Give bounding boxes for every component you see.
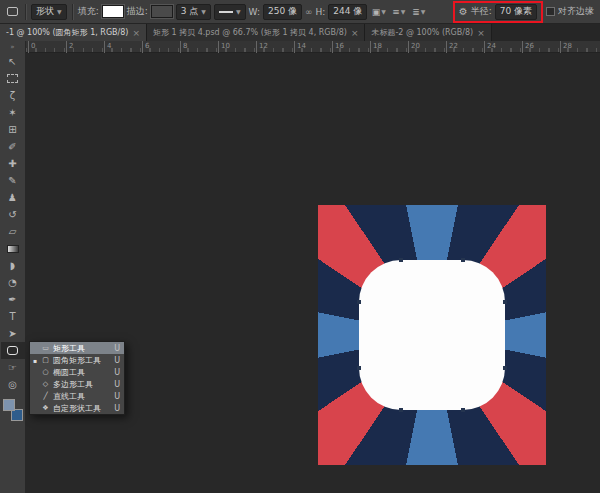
chevron-down-icon: ▼	[236, 8, 241, 15]
ruler-number: 10	[218, 41, 230, 53]
menu-item-ellipse-tool-icon: ○	[41, 368, 50, 376]
link-dimensions-icon[interactable]: ∞	[305, 7, 313, 17]
eraser-tool[interactable]: ▱	[1, 223, 25, 240]
width-label: W:	[249, 7, 260, 17]
path-selection-tool[interactable]: ➤	[1, 325, 25, 342]
tab-title: 未标题-2 @ 100% (RGB/8)	[371, 27, 473, 38]
lasso-tool[interactable]: ζ	[1, 87, 25, 104]
quick-selection-tool[interactable]: ✶	[1, 104, 25, 121]
tab-bar: -1 @ 100% (圆角矩形 1, RGB/8)×矩形 1 拷贝 4.psd …	[0, 24, 600, 41]
chevron-down-icon: ▼	[421, 8, 426, 15]
ruler-number: 4	[104, 41, 111, 53]
stroke-width-value: 3 点	[181, 5, 199, 18]
height-value: 244 像	[333, 5, 362, 18]
toolbar: » ↖ζ✶⊞✐✚✎♟↺▱◗◔✒T➤☞◎	[0, 41, 26, 493]
path-alignment-icon: ≡	[392, 7, 400, 17]
path-anchor-point[interactable]	[357, 366, 361, 370]
ruler-number: 2	[66, 41, 73, 53]
path-arrangement-button[interactable]: ≣ ▼	[410, 4, 427, 20]
align-edges-checkbox[interactable]	[546, 7, 555, 16]
ruler-number: 20	[408, 41, 420, 53]
hand-tool[interactable]: ☞	[1, 359, 25, 376]
canvas-area[interactable]	[26, 53, 600, 493]
rounded-rectangle-tool[interactable]	[1, 342, 25, 359]
menu-item-shortcut: U	[114, 368, 120, 377]
document-tab[interactable]: 矩形 1 拷贝 4.psd @ 66.7% (矩形 1 拷贝 4, RGB/8)…	[147, 24, 365, 41]
clone-stamp-tool[interactable]: ♟	[1, 189, 25, 206]
move-tool[interactable]: ↖	[1, 53, 25, 70]
tab-title: -1 @ 100% (圆角矩形 1, RGB/8)	[6, 27, 128, 38]
menu-item-line-tool[interactable]: ╱直线工具U	[30, 390, 124, 402]
width-input[interactable]: 250 像	[263, 4, 302, 20]
stroke-swatch[interactable]	[151, 5, 173, 18]
artwork[interactable]	[318, 205, 546, 465]
pen-tool[interactable]: ✒	[1, 291, 25, 308]
path-anchor-point[interactable]	[357, 300, 361, 304]
ruler-ticks	[26, 48, 600, 52]
document-tab[interactable]: -1 @ 100% (圆角矩形 1, RGB/8)×	[0, 24, 147, 41]
gear-icon[interactable]: ⚙	[459, 6, 468, 17]
combine-shapes-button[interactable]: ▣ ▼	[370, 4, 387, 20]
dodge-tool[interactable]: ◔	[1, 274, 25, 291]
chevron-down-icon: ▼	[381, 8, 386, 15]
ruler-number: 14	[294, 41, 306, 53]
crop-tool[interactable]: ⊞	[1, 121, 25, 138]
menu-item-label: 椭圆工具	[53, 367, 111, 378]
document-tab[interactable]: 未标题-2 @ 100% (RGB/8)×	[365, 24, 491, 41]
path-alignment-button[interactable]: ≡ ▼	[390, 4, 407, 20]
gradient-tool[interactable]	[1, 240, 25, 257]
blur-tool[interactable]: ◗	[1, 257, 25, 274]
tab-close-icon[interactable]: ×	[477, 28, 485, 38]
path-anchor-point[interactable]	[399, 258, 403, 262]
menu-item-ellipse-tool[interactable]: ○椭圆工具U	[30, 366, 124, 378]
path-anchor-point[interactable]	[399, 408, 403, 412]
eyedropper-tool[interactable]: ✐	[1, 138, 25, 155]
menu-item-label: 圆角矩形工具	[53, 355, 111, 366]
menu-item-rectangle-tool[interactable]: ▭矩形工具U	[30, 342, 124, 354]
tool-mode-value: 形状	[36, 5, 54, 18]
radius-input[interactable]: 70 像素	[495, 4, 537, 20]
menu-item-label: 多边形工具	[53, 379, 111, 390]
menu-item-custom-shape-tool[interactable]: ❖自定形状工具U	[30, 402, 124, 414]
current-tool-dot: ▪	[32, 357, 38, 364]
ruler-number: 8	[180, 41, 187, 53]
history-brush-tool[interactable]: ↺	[1, 206, 25, 223]
fill-swatch[interactable]	[102, 5, 124, 18]
menu-item-shortcut: U	[114, 380, 120, 389]
path-anchor-point[interactable]	[461, 408, 465, 412]
foreground-color-swatch[interactable]	[3, 399, 15, 411]
brush-tool[interactable]: ✎	[1, 172, 25, 189]
chevron-down-icon: ▼	[201, 8, 206, 15]
height-label: H:	[316, 7, 326, 17]
separator	[25, 4, 26, 20]
radius-annotation-box: ⚙ 半径: 70 像素	[453, 1, 543, 23]
path-anchor-point[interactable]	[503, 366, 507, 370]
tab-close-icon[interactable]: ×	[351, 28, 359, 38]
fill-label: 填充:	[78, 5, 99, 18]
stroke-type-dropdown[interactable]: ▼	[214, 4, 246, 20]
menu-item-line-tool-icon: ╱	[41, 392, 50, 400]
ruler-number: 0	[28, 41, 35, 53]
white-rounded-shape[interactable]	[359, 260, 505, 410]
menu-item-rounded-rectangle-tool[interactable]: ▪▢圆角矩形工具U	[30, 354, 124, 366]
combine-shapes-icon: ▣	[372, 7, 381, 17]
tool-mode-dropdown[interactable]: 形状 ▼	[31, 4, 67, 20]
align-edges-option[interactable]: 对齐边缘	[546, 5, 594, 18]
menu-item-shortcut: U	[114, 344, 120, 353]
height-input[interactable]: 244 像	[328, 4, 367, 20]
ruler-number: 18	[370, 41, 382, 53]
type-tool[interactable]: T	[1, 308, 25, 325]
tab-close-icon[interactable]: ×	[132, 28, 140, 38]
path-anchor-point[interactable]	[503, 300, 507, 304]
horizontal-ruler: 0246810121416182022242628	[26, 41, 600, 53]
healing-brush-tool[interactable]: ✚	[1, 155, 25, 172]
path-anchor-point[interactable]	[461, 258, 465, 262]
toolbar-collapse-icon[interactable]: »	[0, 41, 25, 53]
menu-item-custom-shape-tool-icon: ❖	[41, 404, 50, 412]
menu-item-polygon-tool[interactable]: ◇多边形工具U	[30, 378, 124, 390]
ruler-number: 26	[522, 41, 534, 53]
stroke-width-field[interactable]: 3 点 ▼	[176, 4, 211, 20]
zoom-tool[interactable]: ◎	[1, 376, 25, 393]
ruler-number: 12	[256, 41, 268, 53]
rectangular-marquee-tool[interactable]	[1, 70, 25, 87]
